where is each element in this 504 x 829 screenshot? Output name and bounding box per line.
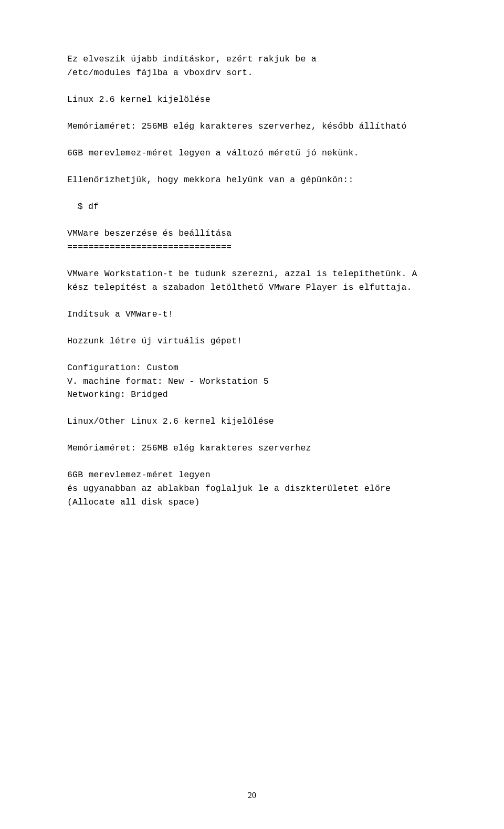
text: /etc/modules fájlba a vboxdrv sort.: [67, 68, 253, 78]
code-line: $ df: [78, 202, 99, 212]
text: és ugyanabban az ablakban foglaljuk le a…: [67, 484, 391, 494]
text: Indítsuk a VMWare-t!: [67, 309, 173, 319]
text: Ellenőrizhetjük, hogy mekkora helyünk va…: [67, 175, 354, 185]
text: Networking: Bridged: [67, 390, 168, 400]
text: VMware Workstation-t be tudunk szerezni,…: [67, 269, 423, 292]
text: V. machine format: New - Workstation 5: [67, 376, 269, 386]
text: 6GB merevlemez-méret legyen: [67, 470, 211, 480]
page-number: 20: [0, 791, 504, 800]
document-page: Ez elveszik újabb indításkor, ezért rakj…: [0, 0, 504, 829]
text: Memóriaméret: 256MB elég karakteres szer…: [67, 121, 407, 131]
text: Linux 2.6 kernel kijelölése: [67, 95, 211, 104]
text: 6GB merevlemez-méret legyen a változó mé…: [67, 148, 359, 158]
text-line: Ez elveszik újabb indításkor, ezért rakj…: [67, 53, 437, 509]
text: ===============================: [67, 242, 232, 252]
text: Linux/Other Linux 2.6 kernel kijelölése: [67, 416, 274, 426]
text: Memóriaméret: 256MB elég karakteres szer…: [67, 443, 311, 453]
text: Configuration: Custom: [67, 363, 178, 373]
text: Ez elveszik újabb indításkor, ezért rakj…: [67, 54, 317, 64]
text: Hozzunk létre új virtuális gépet!: [67, 336, 242, 346]
text: VMWare beszerzése és beállítása: [67, 228, 232, 238]
text: (Allocate all disk space): [67, 497, 200, 507]
